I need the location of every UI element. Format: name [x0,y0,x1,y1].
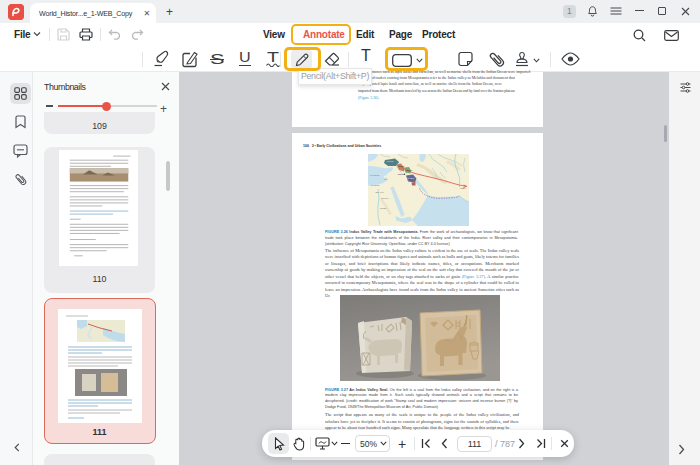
svg-text:HITTITE: HITTITE [387,160,395,162]
svg-text:SUMERIA: SUMERIA [407,177,416,179]
svg-text:ASSYRIA: ASSYRIA [406,169,414,171]
svg-text:Thebes: Thebes [381,197,389,199]
svg-text:Nineveh: Nineveh [398,165,404,167]
svg-text:CYPRUS: CYPRUS [370,174,380,176]
svg-text:Memphis: Memphis [371,184,381,186]
svg-text:NUBIA: NUBIA [380,207,388,210]
svg-text:EGYPT: EGYPT [376,191,385,194]
svg-text:Babylon: Babylon [398,173,404,175]
svg-text:INDIA: INDIA [460,187,467,190]
